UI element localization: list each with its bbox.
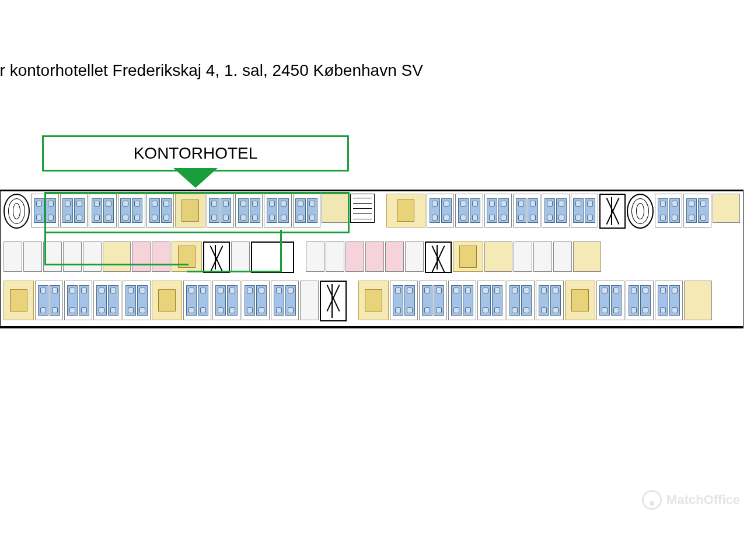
elevator-icon xyxy=(599,194,626,229)
utility-room xyxy=(4,242,22,272)
desk-cluster xyxy=(183,281,211,320)
stair-icon xyxy=(350,194,374,223)
spiral-stair-icon xyxy=(4,194,30,229)
elevator-icon xyxy=(425,242,452,273)
desk-cluster xyxy=(477,281,505,320)
callout-label: KONTORHOTEL xyxy=(134,144,258,163)
desk-cluster xyxy=(64,281,92,320)
utility-room xyxy=(553,242,572,272)
utility-room xyxy=(23,242,42,272)
highlight-kontorhotel-lower-left xyxy=(44,230,189,265)
desk-cluster xyxy=(455,194,483,228)
page-title: ver kontorhotellet Frederikskaj 4, 1. sa… xyxy=(0,61,423,80)
utility-room xyxy=(306,242,324,272)
lounge-area xyxy=(713,194,740,223)
meeting-room xyxy=(565,281,595,320)
meeting-room xyxy=(4,281,34,320)
breakout-room xyxy=(345,242,364,272)
lounge-area xyxy=(684,281,712,320)
desk-cluster xyxy=(93,281,121,320)
utility-room xyxy=(533,242,552,272)
utility-room xyxy=(326,242,344,272)
breakout-room xyxy=(385,242,404,272)
breakout-room xyxy=(365,242,384,272)
meeting-room xyxy=(386,194,425,228)
desk-cluster xyxy=(542,194,569,228)
meeting-room xyxy=(358,281,389,320)
desk-cluster xyxy=(271,281,299,320)
desk-cluster xyxy=(655,281,683,320)
desk-cluster xyxy=(419,281,447,320)
desk-cluster xyxy=(390,281,418,320)
lounge-area xyxy=(484,242,512,272)
desk-cluster xyxy=(626,281,654,320)
watermark-text: MatchOffice xyxy=(666,492,740,508)
lounge-area xyxy=(573,242,601,272)
desk-cluster xyxy=(212,281,240,320)
desk-cluster xyxy=(484,194,512,228)
callout-arrow-icon xyxy=(173,168,218,188)
pin-icon xyxy=(642,490,662,510)
callout-box: KONTORHOTEL xyxy=(42,135,349,172)
utility-room xyxy=(514,242,532,272)
outer-wall-bottom xyxy=(1,326,743,328)
desk-cluster xyxy=(513,194,540,228)
elevator-icon xyxy=(320,281,347,321)
desk-cluster xyxy=(683,194,711,228)
desk-cluster xyxy=(448,281,476,320)
desk-cluster xyxy=(123,281,151,320)
desk-cluster xyxy=(242,281,270,320)
bottom-row xyxy=(4,281,740,324)
desk-cluster xyxy=(35,281,63,320)
desk-cluster xyxy=(655,194,682,228)
meeting-room xyxy=(152,281,182,320)
outer-wall-top xyxy=(1,190,743,191)
spiral-stair-icon xyxy=(627,194,653,229)
desk-cluster xyxy=(427,194,454,228)
floor-plan xyxy=(0,190,743,328)
desk-cluster xyxy=(571,194,598,228)
highlight-kontorhotel-lower-right xyxy=(187,230,282,272)
highlight-kontorhotel-top xyxy=(44,192,350,233)
watermark: MatchOffice xyxy=(642,490,740,510)
desk-cluster xyxy=(596,281,624,320)
meeting-room xyxy=(453,242,483,272)
desk-cluster xyxy=(507,281,535,320)
utility-room xyxy=(405,242,424,272)
desk-cluster xyxy=(536,281,564,320)
utility-room xyxy=(300,281,319,320)
